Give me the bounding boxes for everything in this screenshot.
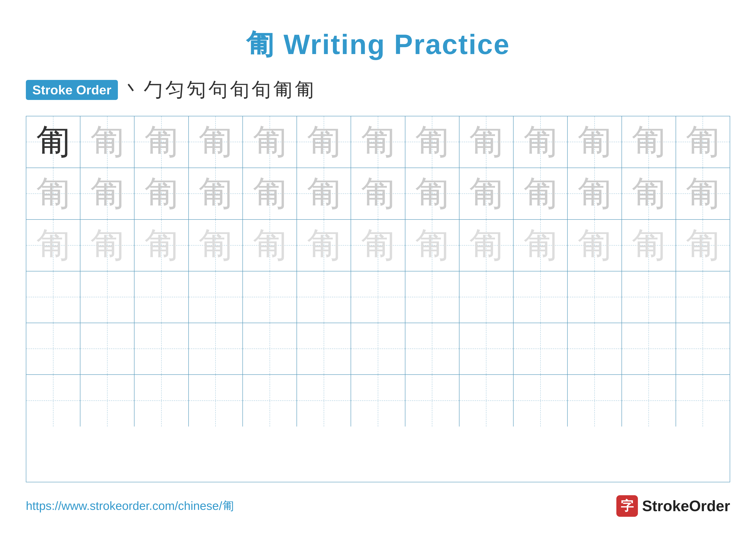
- cell-1-4[interactable]: 匍: [189, 116, 243, 167]
- cell-6-7[interactable]: [351, 375, 405, 426]
- cell-5-3[interactable]: [134, 323, 189, 374]
- char-light: 匍: [144, 222, 179, 268]
- cell-6-8[interactable]: [405, 375, 459, 426]
- stroke-9: 匍: [295, 77, 314, 103]
- cell-1-11[interactable]: 匍: [568, 116, 622, 167]
- cell-5-10[interactable]: [514, 323, 568, 374]
- cell-4-4[interactable]: [189, 271, 243, 323]
- cell-4-11[interactable]: [568, 271, 622, 323]
- cell-3-8[interactable]: 匍: [405, 220, 459, 271]
- cell-3-13[interactable]: 匍: [676, 220, 730, 271]
- cell-2-11[interactable]: 匍: [568, 168, 622, 219]
- cell-4-10[interactable]: [514, 271, 568, 323]
- cell-5-7[interactable]: [351, 323, 405, 374]
- char-medium: 匍: [469, 170, 503, 217]
- char-medium: 匍: [523, 119, 558, 165]
- cell-6-3[interactable]: [134, 375, 189, 426]
- cell-2-13[interactable]: 匍: [676, 168, 730, 219]
- cell-4-7[interactable]: [351, 271, 405, 323]
- cell-3-2[interactable]: 匍: [80, 220, 134, 271]
- cell-1-5[interactable]: 匍: [243, 116, 297, 167]
- cell-3-5[interactable]: 匍: [243, 220, 297, 271]
- cell-5-2[interactable]: [80, 323, 134, 374]
- char-medium: 匍: [686, 170, 720, 217]
- cell-3-9[interactable]: 匍: [459, 220, 514, 271]
- cell-4-8[interactable]: [405, 271, 459, 323]
- footer: https://www.strokeorder.com/chinese/匍 字 …: [26, 495, 730, 517]
- cell-6-12[interactable]: [622, 375, 676, 426]
- char-light: 匍: [469, 222, 503, 268]
- cell-5-13[interactable]: [676, 323, 730, 374]
- cell-5-5[interactable]: [243, 323, 297, 374]
- cell-2-1[interactable]: 匍: [26, 168, 80, 219]
- cell-5-8[interactable]: [405, 323, 459, 374]
- cell-4-12[interactable]: [622, 271, 676, 323]
- grid-row-6: [26, 375, 730, 426]
- cell-5-4[interactable]: [189, 323, 243, 374]
- cell-6-4[interactable]: [189, 375, 243, 426]
- cell-3-7[interactable]: 匍: [351, 220, 405, 271]
- cell-6-11[interactable]: [568, 375, 622, 426]
- grid-row-4: [26, 271, 730, 323]
- cell-6-5[interactable]: [243, 375, 297, 426]
- logo-icon: 字: [616, 495, 638, 517]
- char-light: 匍: [198, 222, 233, 268]
- char-light: 匍: [253, 222, 287, 268]
- cell-1-9[interactable]: 匍: [459, 116, 514, 167]
- cell-2-3[interactable]: 匍: [134, 168, 189, 219]
- cell-5-6[interactable]: [297, 323, 351, 374]
- cell-3-3[interactable]: 匍: [134, 220, 189, 271]
- cell-3-1[interactable]: 匍: [26, 220, 80, 271]
- cell-1-1[interactable]: 匍: [26, 116, 80, 167]
- cell-4-9[interactable]: [459, 271, 514, 323]
- cell-5-12[interactable]: [622, 323, 676, 374]
- cell-1-2[interactable]: 匍: [80, 116, 134, 167]
- cell-6-13[interactable]: [676, 375, 730, 426]
- cell-2-2[interactable]: 匍: [80, 168, 134, 219]
- cell-3-12[interactable]: 匍: [622, 220, 676, 271]
- cell-3-6[interactable]: 匍: [297, 220, 351, 271]
- cell-2-12[interactable]: 匍: [622, 168, 676, 219]
- char-medium: 匍: [415, 170, 449, 217]
- cell-5-11[interactable]: [568, 323, 622, 374]
- char-light: 匍: [523, 222, 558, 268]
- cell-3-11[interactable]: 匍: [568, 220, 622, 271]
- cell-2-10[interactable]: 匍: [514, 168, 568, 219]
- cell-4-3[interactable]: [134, 271, 189, 323]
- cell-2-9[interactable]: 匍: [459, 168, 514, 219]
- cell-3-4[interactable]: 匍: [189, 220, 243, 271]
- cell-2-8[interactable]: 匍: [405, 168, 459, 219]
- cell-5-1[interactable]: [26, 323, 80, 374]
- char-light: 匍: [361, 222, 395, 268]
- cell-4-2[interactable]: [80, 271, 134, 323]
- cell-3-10[interactable]: 匍: [514, 220, 568, 271]
- stroke-8: 匍: [273, 77, 292, 103]
- cell-5-9[interactable]: [459, 323, 514, 374]
- cell-2-5[interactable]: 匍: [243, 168, 297, 219]
- char-medium: 匍: [198, 119, 233, 165]
- cell-1-10[interactable]: 匍: [514, 116, 568, 167]
- cell-1-6[interactable]: 匍: [297, 116, 351, 167]
- cell-1-8[interactable]: 匍: [405, 116, 459, 167]
- cell-4-6[interactable]: [297, 271, 351, 323]
- cell-6-10[interactable]: [514, 375, 568, 426]
- cell-6-6[interactable]: [297, 375, 351, 426]
- cell-6-1[interactable]: [26, 375, 80, 426]
- stroke-1: 丶: [122, 77, 142, 103]
- cell-2-4[interactable]: 匍: [189, 168, 243, 219]
- cell-6-2[interactable]: [80, 375, 134, 426]
- cell-6-9[interactable]: [459, 375, 514, 426]
- cell-1-7[interactable]: 匍: [351, 116, 405, 167]
- cell-4-13[interactable]: [676, 271, 730, 323]
- grid-row-5: [26, 323, 730, 375]
- cell-4-1[interactable]: [26, 271, 80, 323]
- char-medium: 匍: [90, 119, 124, 165]
- cell-1-12[interactable]: 匍: [622, 116, 676, 167]
- char-medium: 匍: [144, 119, 179, 165]
- cell-4-5[interactable]: [243, 271, 297, 323]
- stroke-3: 匀: [165, 77, 185, 103]
- cell-1-13[interactable]: 匍: [676, 116, 730, 167]
- cell-2-6[interactable]: 匍: [297, 168, 351, 219]
- cell-1-3[interactable]: 匍: [134, 116, 189, 167]
- cell-2-7[interactable]: 匍: [351, 168, 405, 219]
